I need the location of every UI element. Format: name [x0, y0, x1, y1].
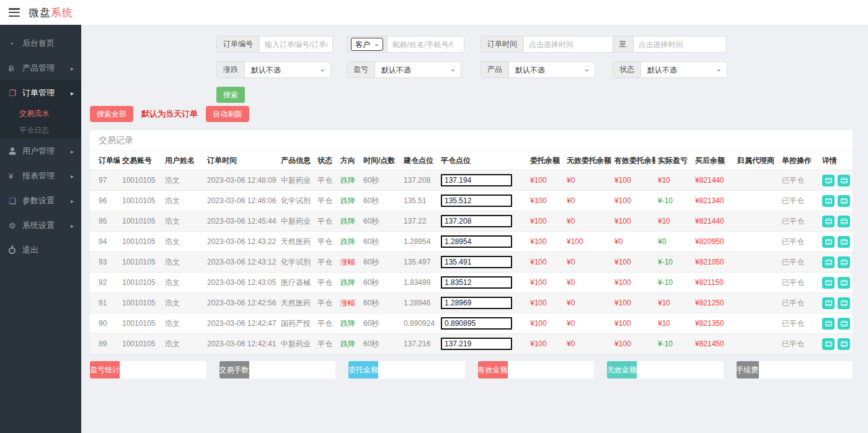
duration-cell: 60秒	[361, 252, 401, 273]
auto-refresh-button[interactable]: 自动刷新	[206, 106, 249, 122]
close-price-input[interactable]	[441, 235, 512, 248]
panel-title: 交易记录	[90, 130, 852, 151]
action-row: 搜索全部 默认为当天订单 自动刷新	[90, 106, 249, 122]
detail-button[interactable]	[838, 297, 850, 309]
sidebar-item-退出[interactable]: 退出	[0, 238, 81, 263]
detail-button[interactable]	[822, 297, 835, 309]
order-id-cell: 94	[90, 232, 120, 252]
close-price-input[interactable]	[441, 256, 512, 268]
detail-button[interactable]	[838, 236, 850, 248]
sidebar-subitem-平仓日志[interactable]: 平仓日志	[0, 122, 81, 139]
direction-cell: 跌降	[338, 170, 361, 191]
sidebar-group: 退出	[0, 238, 81, 263]
table-row: 9110010105浩文2023-03-06 12:42:56天然医药平仓涨幅6…	[90, 293, 852, 313]
sidebar-item-label: 系统设置	[22, 220, 55, 231]
customer-input[interactable]	[388, 37, 458, 52]
invalid-entrust-cell: ¥0	[564, 313, 612, 334]
status-cell: 平仓	[315, 170, 338, 191]
search-button[interactable]: 搜索	[216, 87, 245, 103]
detail-button[interactable]	[822, 175, 835, 186]
detail-button[interactable]	[822, 256, 835, 268]
username-cell: 浩文	[162, 252, 205, 273]
detail-button[interactable]	[838, 256, 850, 268]
close-price-input[interactable]	[441, 276, 512, 289]
detail-button[interactable]	[838, 216, 850, 227]
detail-button[interactable]	[838, 277, 850, 289]
profit-cell: ¥-10	[655, 191, 693, 211]
status-cell: 平仓	[315, 211, 338, 232]
detail-button[interactable]	[822, 195, 835, 207]
detail-cell	[820, 252, 852, 273]
search-all-button[interactable]: 搜索全部	[90, 106, 133, 122]
order-no-input[interactable]	[260, 37, 332, 52]
stat-label: 手续费	[737, 361, 759, 378]
filter-select-盈亏[interactable]: 默认不选	[375, 62, 461, 77]
filter-select-group-状态: 状态默认不选⌄	[613, 61, 727, 78]
after-balance-cell: ¥821250	[693, 293, 735, 313]
detail-cell	[820, 170, 852, 191]
detail-button[interactable]	[822, 277, 835, 289]
order-detail-icon	[825, 300, 832, 306]
detail-button[interactable]	[822, 236, 835, 248]
duration-cell: 60秒	[361, 313, 401, 334]
filter-select-label: 盈亏	[347, 62, 375, 77]
customer-type-select[interactable]: 客户	[351, 38, 383, 51]
time-from-input[interactable]	[524, 37, 613, 52]
sidebar-item-系统设置[interactable]: ⚙系统设置▸	[0, 213, 81, 238]
close-price-input[interactable]	[441, 215, 512, 227]
hamburger-menu-icon[interactable]	[9, 8, 20, 17]
account-cell: 10010105	[120, 232, 162, 252]
stat-value-input[interactable]	[759, 361, 853, 378]
stat-value-input[interactable]	[249, 361, 336, 378]
detail-button[interactable]	[838, 175, 850, 186]
detail-button[interactable]	[838, 338, 850, 350]
filter-select-产品[interactable]: 默认不选	[509, 62, 595, 77]
time-to-input[interactable]	[634, 37, 726, 52]
stat-value-input[interactable]	[637, 361, 724, 378]
close-price-input[interactable]	[441, 195, 512, 207]
sidebar-item-后台首页[interactable]: ◔后台首页	[0, 31, 81, 56]
valid-entrust-cell: ¥100	[612, 293, 655, 313]
trade-records-panel: 交易记录 订单编号交易账号用户姓名订单时间产品信息状态方向时间/点数建仓点位平仓…	[90, 130, 852, 354]
sidebar-item-参数设置[interactable]: ❏参数设置▸	[0, 188, 81, 213]
close-price-input[interactable]	[441, 297, 512, 309]
duration-cell: 60秒	[361, 232, 401, 252]
product-cell: 化学试剂	[278, 252, 315, 273]
stat-value-input[interactable]	[378, 361, 465, 378]
table-row: 8910010105浩文2023-03-06 12:42:41中新药业平仓跌降6…	[90, 334, 852, 354]
open-price-cell: 137.208	[401, 170, 438, 191]
copy-icon: ❏	[9, 196, 21, 206]
sidebar-item-产品管理[interactable]: Ƀ产品管理▸	[0, 56, 81, 81]
filter-select-状态[interactable]: 默认不选	[641, 62, 727, 77]
close-price-input[interactable]	[441, 338, 512, 350]
stat-value-input[interactable]	[508, 361, 595, 378]
table-header-row: 订单编号交易账号用户姓名订单时间产品信息状态方向时间/点数建仓点位平仓点位委托余…	[90, 151, 852, 170]
invalid-entrust-cell: ¥0	[564, 211, 612, 232]
agent-cell	[735, 170, 779, 191]
today-orders-note: 默认为当天订单	[141, 108, 198, 120]
sidebar-subitem-交易流水[interactable]: 交易流水	[0, 105, 81, 122]
status-cell: 平仓	[315, 191, 338, 211]
order-detail-icon	[825, 198, 832, 204]
close-price-input[interactable]	[441, 174, 512, 186]
detail-button[interactable]	[822, 338, 835, 350]
detail-button[interactable]	[822, 216, 835, 227]
direction-cell: 涨幅	[338, 252, 361, 273]
stat-value-input[interactable]	[120, 361, 206, 378]
filter-select-涨跌[interactable]: 默认不选	[245, 62, 330, 77]
sidebar-item-报表管理[interactable]: ¥报表管理▸	[0, 164, 81, 188]
detail-button[interactable]	[838, 318, 850, 330]
detail-button[interactable]	[822, 318, 835, 330]
product-cell: 化学试剂	[278, 191, 315, 211]
close-price-cell	[438, 191, 528, 211]
status-cell: 平仓	[315, 273, 338, 293]
invalid-entrust-cell: ¥0	[564, 293, 612, 313]
sidebar-item-用户管理[interactable]: 用户管理▸	[0, 139, 81, 164]
invalid-entrust-cell: ¥0	[564, 334, 612, 354]
valid-entrust-cell: ¥0	[612, 232, 655, 252]
detail-button[interactable]	[838, 195, 850, 207]
direction-cell: 跌降	[338, 232, 361, 252]
sidebar-item-订单管理[interactable]: ❐订单管理▸	[0, 81, 81, 105]
close-price-input[interactable]	[441, 317, 512, 330]
control-status-cell: 已平仓	[779, 313, 820, 334]
